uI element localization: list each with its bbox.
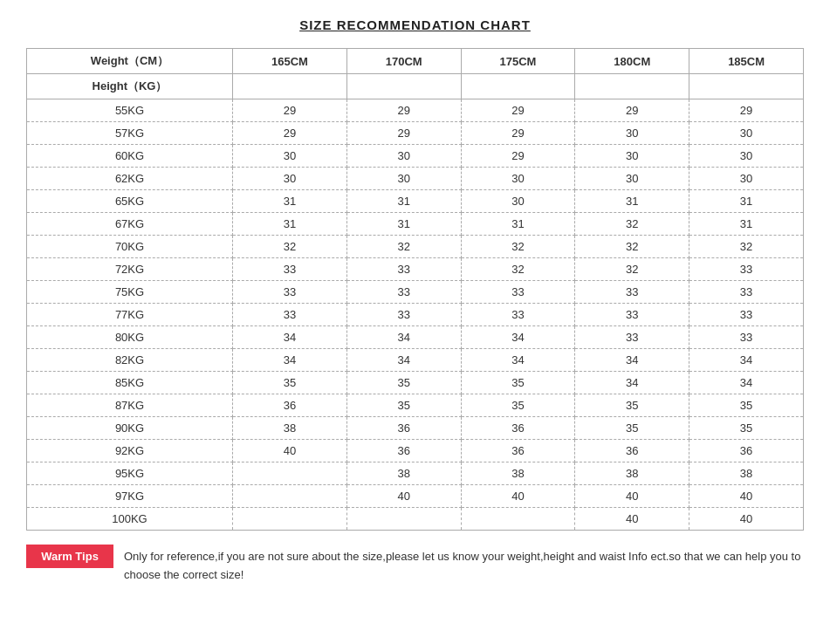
size-table: Weight（CM） 165CM 170CM 175CM 180CM 185CM… (26, 48, 804, 531)
size-cell: 34 (346, 326, 461, 349)
warm-tips-badge: Warm Tips (26, 545, 113, 568)
size-cell: 33 (575, 326, 689, 349)
size-cell: 38 (689, 462, 804, 485)
size-cell: 29 (233, 99, 347, 122)
table-row: 57KG2929293030 (27, 122, 804, 145)
size-cell: 32 (689, 236, 804, 258)
size-cell: 30 (689, 145, 804, 168)
size-cell: 32 (575, 258, 689, 281)
size-cell: 31 (461, 213, 575, 236)
size-cell: 40 (233, 440, 347, 462)
size-cell: 30 (575, 145, 689, 168)
size-cell: 33 (461, 304, 575, 326)
size-cell: 33 (346, 258, 461, 281)
size-cell: 32 (575, 236, 689, 258)
size-cell: 34 (233, 349, 347, 372)
size-cell: 34 (461, 326, 575, 349)
size-cell: 36 (575, 440, 689, 462)
weight-cell: 100KG (27, 508, 233, 531)
size-cell: 31 (233, 190, 347, 213)
size-cell: 40 (689, 508, 804, 531)
size-cell: 35 (575, 417, 689, 440)
table-row: 95KG38383838 (27, 462, 804, 485)
size-cell: 32 (233, 236, 347, 258)
size-cell: 29 (346, 122, 461, 145)
size-cell: 29 (461, 145, 575, 168)
table-row: 87KG3635353535 (27, 394, 804, 417)
header-height-kg: Height（KG） (27, 74, 233, 99)
size-cell: 31 (689, 213, 804, 236)
size-cell: 36 (346, 440, 461, 462)
size-cell: 33 (346, 281, 461, 304)
size-cell: 32 (575, 213, 689, 236)
size-cell (233, 485, 347, 508)
size-cell: 33 (233, 304, 347, 326)
size-cell: 38 (575, 462, 689, 485)
size-cell: 34 (233, 326, 347, 349)
size-cell (461, 508, 575, 531)
size-cell (233, 462, 347, 485)
size-cell: 30 (346, 168, 461, 190)
table-row: 100KG4040 (27, 508, 804, 531)
table-row: 92KG4036363636 (27, 440, 804, 462)
size-cell: 33 (233, 281, 347, 304)
size-cell: 33 (575, 304, 689, 326)
header-165cm-sub (233, 74, 347, 99)
size-cell: 35 (689, 394, 804, 417)
table-row: 75KG3333333333 (27, 281, 804, 304)
weight-cell: 60KG (27, 145, 233, 168)
size-cell: 35 (689, 417, 804, 440)
size-cell: 34 (461, 349, 575, 372)
size-cell (346, 508, 461, 531)
size-cell: 36 (689, 440, 804, 462)
size-cell: 29 (689, 99, 804, 122)
header-185cm: 185CM (689, 49, 804, 74)
size-cell: 40 (575, 485, 689, 508)
size-cell: 31 (346, 213, 461, 236)
size-cell: 38 (233, 417, 347, 440)
table-row: 97KG40404040 (27, 485, 804, 508)
header-170cm: 170CM (346, 49, 461, 74)
size-cell: 30 (461, 190, 575, 213)
table-row: 90KG3836363535 (27, 417, 804, 440)
weight-cell: 65KG (27, 190, 233, 213)
size-cell: 30 (575, 168, 689, 190)
size-cell: 35 (346, 372, 461, 394)
size-cell: 40 (461, 485, 575, 508)
size-cell: 40 (689, 485, 804, 508)
size-cell: 33 (689, 326, 804, 349)
table-row: 67KG3131313231 (27, 213, 804, 236)
weight-cell: 57KG (27, 122, 233, 145)
header-175cm: 175CM (461, 49, 575, 74)
table-row: 77KG3333333333 (27, 304, 804, 326)
size-cell: 36 (461, 440, 575, 462)
size-cell: 32 (346, 236, 461, 258)
size-cell: 35 (575, 394, 689, 417)
weight-cell: 62KG (27, 168, 233, 190)
size-cell: 30 (689, 168, 804, 190)
weight-cell: 55KG (27, 99, 233, 122)
size-cell: 30 (346, 145, 461, 168)
header-175cm-sub (461, 74, 575, 99)
size-cell: 35 (461, 394, 575, 417)
size-cell: 33 (689, 258, 804, 281)
size-cell: 40 (575, 508, 689, 531)
header-170cm-sub (346, 74, 461, 99)
size-cell: 36 (346, 417, 461, 440)
weight-cell: 70KG (27, 236, 233, 258)
table-row: 72KG3333323233 (27, 258, 804, 281)
table-row: 85KG3535353434 (27, 372, 804, 394)
size-cell: 32 (461, 258, 575, 281)
size-cell: 32 (461, 236, 575, 258)
size-cell: 31 (346, 190, 461, 213)
size-cell: 33 (689, 281, 804, 304)
size-cell: 38 (461, 462, 575, 485)
weight-cell: 92KG (27, 440, 233, 462)
weight-cell: 95KG (27, 462, 233, 485)
table-row: 80KG3434343333 (27, 326, 804, 349)
warm-tips-text: Only for reference,if you are not sure a… (124, 545, 804, 585)
weight-cell: 90KG (27, 417, 233, 440)
size-cell: 35 (233, 372, 347, 394)
page-title: SIZE RECOMMENDATION CHART (26, 17, 804, 32)
size-cell: 33 (575, 281, 689, 304)
